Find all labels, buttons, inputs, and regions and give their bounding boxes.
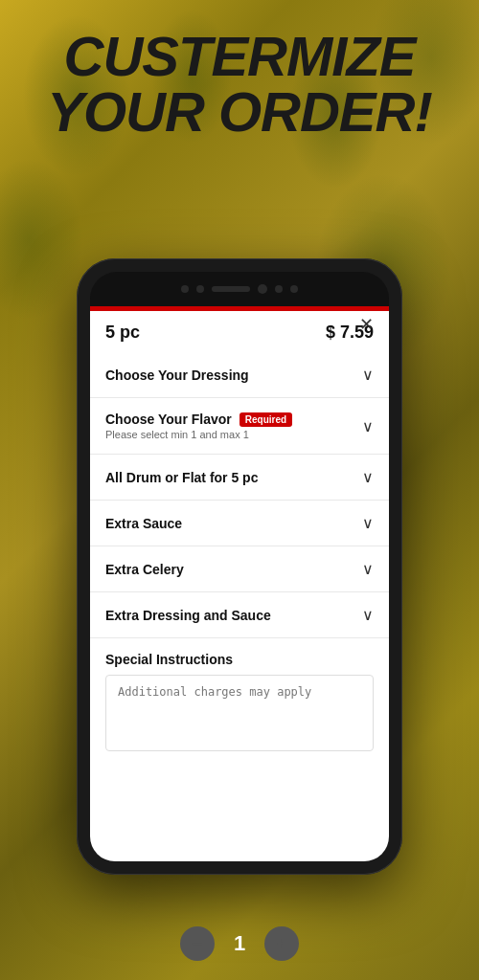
chevron-icon-dressing: ∨ xyxy=(362,366,374,384)
option-row-extra-dressing-sauce[interactable]: Extra Dressing and Sauce ∨ xyxy=(90,591,389,637)
headline-line2: YOUR ORDER! xyxy=(0,84,479,140)
phone-screen: 5 pc $ 7.59 ✕ Choose Your Dressing ∨ xyxy=(90,306,389,861)
option-title-row-extra-sauce: Extra Sauce xyxy=(105,516,182,531)
special-instructions-section: Special Instructions xyxy=(90,637,389,768)
option-label-extra-sauce: Extra Sauce xyxy=(105,516,182,531)
options-list: Choose Your Dressing ∨ Choose Your Flavo… xyxy=(90,352,389,637)
sensor-camera xyxy=(258,284,267,294)
option-title-row-extra-dressing-sauce: Extra Dressing and Sauce xyxy=(105,608,271,623)
option-left-dressing: Choose Your Dressing xyxy=(105,368,249,383)
minus-icon: − xyxy=(192,933,203,955)
option-title-row-extra-celery: Extra Celery xyxy=(105,562,184,577)
headline-area: CUSTERMIZE YOUR ORDER! xyxy=(0,29,479,140)
option-row-extra-sauce[interactable]: Extra Sauce ∨ xyxy=(90,500,389,546)
chevron-icon-drum-flat: ∨ xyxy=(362,468,374,486)
option-row-flavor[interactable]: Choose Your Flavor Required Please selec… xyxy=(90,397,389,454)
sensor-speaker xyxy=(212,286,250,292)
plus-icon: + xyxy=(276,933,287,955)
item-header-row: 5 pc $ 7.59 ✕ xyxy=(90,311,389,352)
option-title-row-drum-flat: All Drum or Flat for 5 pc xyxy=(105,470,258,485)
quantity-bar: − 1 + xyxy=(0,926,479,961)
phone-shell: 5 pc $ 7.59 ✕ Choose Your Dressing ∨ xyxy=(77,258,402,875)
option-sublabel-flavor: Please select min 1 and max 1 xyxy=(105,429,292,440)
headline-line1: CUSTERMIZE xyxy=(0,29,479,84)
option-label-drum-flat: All Drum or Flat for 5 pc xyxy=(105,470,258,485)
quantity-minus-button[interactable]: − xyxy=(180,926,215,961)
sensor-dot-4 xyxy=(290,285,298,293)
special-instructions-label: Special Instructions xyxy=(105,652,374,667)
required-badge-flavor: Required xyxy=(240,412,292,427)
option-left-extra-celery: Extra Celery xyxy=(105,562,184,577)
option-left-flavor: Choose Your Flavor Required Please selec… xyxy=(105,412,292,440)
chevron-icon-extra-dressing-sauce: ∨ xyxy=(362,606,374,624)
phone-sensors xyxy=(181,284,298,294)
sensor-dot-3 xyxy=(275,285,283,293)
quantity-value: 1 xyxy=(234,931,245,956)
option-label-extra-dressing-sauce: Extra Dressing and Sauce xyxy=(105,608,271,623)
chevron-icon-flavor: ∨ xyxy=(362,417,374,435)
option-title-row-flavor: Choose Your Flavor Required xyxy=(105,412,292,427)
option-label-flavor: Choose Your Flavor xyxy=(105,412,232,427)
option-title-row-dressing: Choose Your Dressing xyxy=(105,368,249,383)
sensor-dot-1 xyxy=(181,285,189,293)
option-left-extra-sauce: Extra Sauce xyxy=(105,516,182,531)
special-instructions-input[interactable] xyxy=(105,675,374,751)
option-row-extra-celery[interactable]: Extra Celery ∨ xyxy=(90,546,389,591)
option-left-extra-dressing-sauce: Extra Dressing and Sauce xyxy=(105,608,271,623)
phone-device: 5 pc $ 7.59 ✕ Choose Your Dressing ∨ xyxy=(77,258,402,875)
phone-notch xyxy=(90,272,389,306)
close-icon[interactable]: ✕ xyxy=(359,314,374,335)
chevron-icon-extra-celery: ∨ xyxy=(362,560,374,578)
item-name: 5 pc xyxy=(105,323,140,343)
chevron-icon-extra-sauce: ∨ xyxy=(362,514,374,532)
option-label-extra-celery: Extra Celery xyxy=(105,562,184,577)
option-row-drum-flat[interactable]: All Drum or Flat for 5 pc ∨ xyxy=(90,454,389,500)
option-row-dressing[interactable]: Choose Your Dressing ∨ xyxy=(90,352,389,397)
quantity-plus-button[interactable]: + xyxy=(264,926,299,961)
screen-content: 5 pc $ 7.59 ✕ Choose Your Dressing ∨ xyxy=(90,311,389,768)
option-label-dressing: Choose Your Dressing xyxy=(105,368,249,383)
option-left-drum-flat: All Drum or Flat for 5 pc xyxy=(105,470,258,485)
sensor-dot-2 xyxy=(196,285,204,293)
